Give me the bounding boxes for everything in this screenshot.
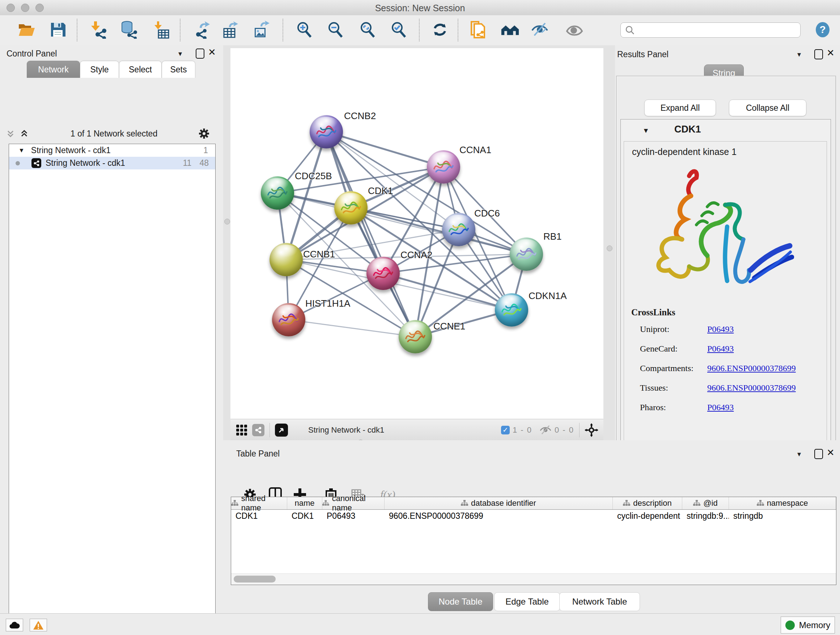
collapse-all-button[interactable]: Collapse All — [729, 100, 806, 116]
search-box[interactable] — [621, 22, 801, 38]
export-table-icon[interactable] — [221, 20, 240, 39]
search-icon — [625, 25, 635, 35]
collection-label: String Network - cdk1 — [31, 146, 111, 155]
string-results-container: Expand All Collapse All ▼ CDK1 cyclin-de… — [616, 76, 836, 482]
node-CCNB2[interactable] — [309, 115, 343, 149]
hide-selected-icon[interactable] — [531, 20, 549, 39]
grid-view-icon[interactable] — [235, 424, 248, 436]
tab-sets[interactable]: Sets — [162, 61, 195, 78]
crosslink-link[interactable]: P06493 — [707, 344, 734, 353]
node-CDC6[interactable] — [442, 213, 475, 246]
string-network-icon — [32, 158, 41, 168]
network-label: String Network - cdk1 — [46, 158, 125, 168]
node-RB1[interactable] — [510, 238, 543, 271]
crosslink-link[interactable]: P06493 — [707, 402, 734, 412]
export-network-icon[interactable] — [193, 20, 211, 39]
right-splitter-handle[interactable] — [607, 245, 613, 251]
crosslink-link[interactable]: 9606.ENSP00000378699 — [707, 383, 796, 393]
zoom-in-icon[interactable] — [295, 20, 314, 39]
table-cell[interactable]: stringdb:9... — [682, 510, 729, 522]
refresh-icon[interactable] — [431, 20, 449, 39]
detach-view-icon[interactable] — [275, 424, 288, 437]
zoom-out-icon[interactable] — [326, 20, 345, 39]
column-header-namespace[interactable]: namespace — [729, 497, 836, 509]
selected-checkbox-icon[interactable]: ✓ — [501, 426, 510, 434]
node-CCNE1[interactable] — [399, 320, 432, 353]
network-options-gear-icon[interactable] — [198, 128, 210, 139]
help-icon[interactable]: ? — [813, 20, 832, 39]
close-panel-icon[interactable]: ✕ — [827, 447, 835, 458]
horizontal-scrollbar[interactable] — [231, 573, 836, 585]
network-view-share-icon[interactable] — [252, 424, 264, 436]
crosslink-link[interactable]: 9606.ENSP00000378699 — [707, 363, 796, 373]
column-header--id[interactable]: @id — [682, 497, 729, 509]
node-CDKN1A[interactable] — [495, 293, 528, 326]
tab-network-table[interactable]: Network Table — [559, 592, 640, 611]
node-HIST1H1A[interactable] — [272, 303, 305, 336]
column-header-name[interactable]: name — [287, 497, 322, 509]
node-CDC25B[interactable] — [261, 176, 294, 210]
collapse-all-icon[interactable] — [5, 128, 16, 139]
close-panel-icon[interactable]: ✕ — [208, 47, 216, 58]
tab-edge-table[interactable]: Edge Table — [494, 592, 560, 611]
tab-network[interactable]: Network — [27, 61, 80, 78]
table-cell[interactable]: 9606.ENSP00000378699 — [385, 510, 613, 522]
tab-select[interactable]: Select — [119, 61, 162, 78]
warnings-button[interactable] — [30, 619, 47, 631]
node-label-CDC25B: CDC25B — [295, 171, 332, 182]
node-CDK1[interactable] — [334, 191, 368, 225]
zoom-fit-icon[interactable] — [358, 20, 377, 39]
node-CCNB1[interactable] — [270, 243, 303, 276]
maximize-panel-icon[interactable] — [814, 49, 823, 59]
table-cell[interactable]: CDK1 — [231, 510, 287, 522]
first-neighbors-icon[interactable] — [501, 20, 519, 39]
column-header-shared-name[interactable]: shared name — [231, 497, 287, 509]
column-header-canonical-name[interactable]: canonical name — [322, 497, 385, 509]
show-all-icon[interactable] — [565, 20, 584, 39]
search-input[interactable] — [635, 25, 791, 35]
expand-all-icon[interactable] — [19, 128, 30, 139]
network-collection-row[interactable]: ▼ String Network - cdk1 1 — [9, 144, 215, 157]
copy-network-icon[interactable] — [469, 20, 487, 39]
maximize-panel-icon[interactable] — [814, 449, 823, 459]
protein-thumbnail — [500, 301, 523, 319]
tab-node-table[interactable]: Node Table — [428, 592, 493, 611]
node-CCNA1[interactable] — [427, 150, 460, 184]
left-splitter-handle[interactable] — [224, 219, 230, 225]
tab-style[interactable]: Style — [80, 61, 119, 78]
edge-HIST1H1A-CCNE1[interactable] — [289, 320, 415, 337]
node-label-CDKN1A: CDKN1A — [529, 290, 567, 302]
protein-structure-image — [635, 162, 794, 299]
scrollbar-thumb[interactable] — [234, 576, 276, 583]
cloud-status-button[interactable] — [6, 619, 23, 631]
export-image-icon[interactable] — [252, 20, 271, 39]
import-network-file-icon[interactable] — [89, 20, 108, 39]
network-canvas[interactable]: CCNB2CCNA1CDC25BCDK1CDC6RB1CCNB1CCNA2CDK… — [231, 48, 603, 419]
close-panel-icon[interactable]: ✕ — [827, 48, 835, 59]
node-table: shared namenamecanonical namedatabase id… — [231, 497, 836, 585]
import-table-file-icon[interactable] — [152, 20, 171, 39]
float-panel-icon[interactable]: ▾ — [178, 49, 182, 58]
crosslink-link[interactable]: P06493 — [707, 325, 734, 334]
table-cell[interactable]: CDK1 — [287, 510, 322, 522]
import-network-database-icon[interactable] — [119, 20, 138, 39]
float-panel-icon[interactable]: ▾ — [797, 450, 801, 458]
zoom-selected-icon[interactable] — [389, 20, 408, 39]
table-cell[interactable]: P06493 — [322, 510, 385, 522]
memory-button[interactable]: Memory — [781, 616, 835, 633]
maximize-panel-icon[interactable] — [196, 49, 204, 59]
float-panel-icon[interactable]: ▾ — [797, 50, 801, 59]
network-row[interactable]: String Network - cdk1 11 48 — [9, 157, 215, 169]
collection-expander-icon[interactable]: ▼ — [19, 147, 25, 154]
open-session-icon[interactable] — [17, 20, 36, 39]
column-header-database-identifier[interactable]: database identifier — [385, 497, 613, 509]
save-session-icon[interactable] — [49, 20, 67, 39]
table-cell[interactable]: stringdb — [729, 510, 836, 522]
gene-expander-icon[interactable]: ▼ — [643, 127, 649, 135]
table-cell[interactable]: cyclin-dependent ... — [613, 510, 682, 522]
cloud-icon — [9, 621, 20, 629]
column-header-description[interactable]: description — [613, 497, 682, 509]
birds-eye-crosshair-icon[interactable] — [584, 423, 598, 437]
node-CCNA2[interactable] — [366, 257, 400, 290]
expand-all-button[interactable]: Expand All — [644, 100, 716, 116]
